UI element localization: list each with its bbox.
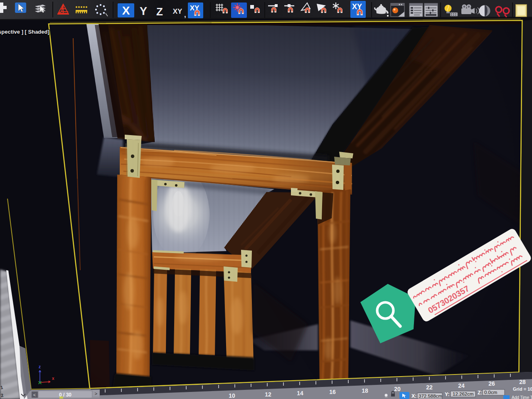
- svg-text:X:: X:: [411, 393, 417, 399]
- svg-text:16: 16: [329, 389, 336, 395]
- svg-text:12: 12: [265, 391, 271, 398]
- svg-text:Y: Y: [140, 5, 147, 17]
- svg-text:28: 28: [519, 379, 526, 385]
- svg-text:372.588cm: 372.588cm: [419, 394, 442, 399]
- svg-text:XY: XY: [173, 7, 182, 15]
- svg-text:22: 22: [426, 384, 433, 391]
- svg-text:spective ] [ Shaded]: spective ] [ Shaded]: [0, 29, 49, 35]
- svg-text:Z: Z: [156, 5, 163, 18]
- svg-text:24: 24: [458, 382, 465, 389]
- svg-text:z: z: [39, 365, 41, 369]
- svg-text:<: <: [33, 392, 36, 397]
- svg-text:18: 18: [362, 387, 368, 394]
- svg-text:x: x: [52, 376, 54, 381]
- svg-text:>: >: [95, 391, 97, 396]
- svg-text:Y:: Y:: [445, 392, 450, 397]
- svg-text:,: ,: [184, 11, 186, 19]
- svg-text:10: 10: [229, 392, 235, 399]
- svg-text:X: X: [122, 4, 130, 17]
- svg-text:Grid = 10.: Grid = 10.: [513, 387, 532, 392]
- svg-text:20: 20: [394, 386, 401, 392]
- svg-text:12.262cm: 12.262cm: [453, 392, 474, 397]
- svg-text:14: 14: [297, 390, 303, 397]
- svg-text:0.0cm: 0.0cm: [484, 390, 497, 395]
- svg-text:26: 26: [488, 380, 495, 387]
- svg-text:Add Time T: Add Time T: [512, 395, 532, 399]
- svg-text:Z:: Z:: [478, 390, 483, 396]
